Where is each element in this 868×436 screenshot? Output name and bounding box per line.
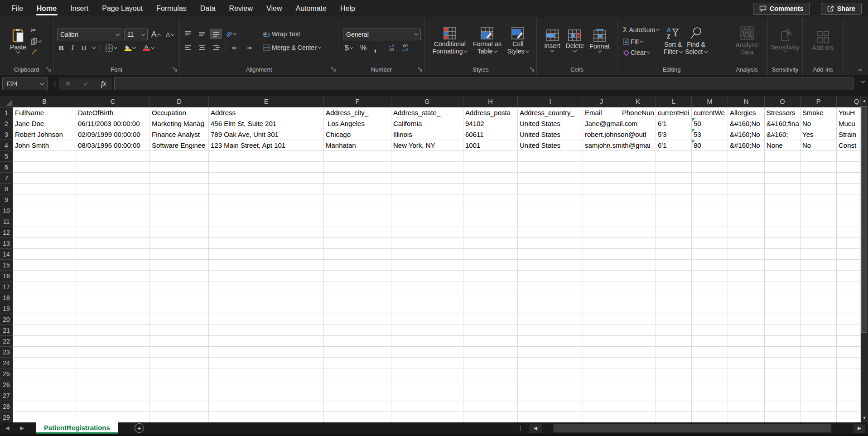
hscroll-right-arrow[interactable]: ▶ — [854, 424, 865, 433]
cell-I3[interactable]: United States — [518, 129, 583, 140]
cell-P22[interactable] — [800, 336, 837, 347]
conditional-formatting-button[interactable]: ConditionalFormatting — [433, 27, 468, 55]
cell-B19[interactable] — [13, 303, 76, 314]
cell-L9[interactable] — [656, 194, 692, 205]
formula-bar-grip[interactable]: ⋮ — [52, 79, 58, 87]
cell-M9[interactable] — [692, 194, 728, 205]
menu-tab-automate[interactable]: Automate — [289, 0, 333, 17]
cell-F9[interactable] — [324, 194, 391, 205]
cell-H26[interactable] — [463, 379, 518, 390]
cell-D2[interactable]: Marketing Manag — [150, 118, 209, 129]
cell-Q25[interactable] — [837, 368, 861, 379]
cell-N27[interactable] — [728, 390, 765, 401]
cell-G7[interactable] — [391, 173, 463, 184]
cell-P14[interactable] — [800, 249, 837, 260]
column-header-H[interactable]: H — [463, 96, 518, 107]
cell-J13[interactable] — [583, 238, 620, 249]
comments-button[interactable]: Comments — [753, 3, 810, 15]
cell-E28[interactable] — [209, 401, 324, 412]
cell-C25[interactable] — [76, 368, 150, 379]
cell-M2[interactable]: 50 — [692, 118, 728, 129]
cell-E17[interactable] — [209, 281, 324, 292]
cell-C14[interactable] — [76, 249, 150, 260]
cell-M29[interactable] — [692, 412, 728, 422]
cell-M4[interactable]: 80 — [692, 140, 728, 151]
decrease-font-button[interactable]: A — [164, 30, 176, 39]
cell-F24[interactable] — [324, 358, 391, 368]
cell-K25[interactable] — [620, 368, 656, 379]
cell-C6[interactable] — [76, 162, 150, 173]
cell-O18[interactable] — [765, 292, 800, 303]
cell-L20[interactable] — [656, 314, 692, 325]
font-name-select[interactable]: Calibri — [57, 29, 122, 40]
cell-D13[interactable] — [150, 238, 209, 249]
cell-I13[interactable] — [518, 238, 583, 249]
cell-G19[interactable] — [391, 303, 463, 314]
cell-I20[interactable] — [518, 314, 583, 325]
cell-Q20[interactable] — [837, 314, 861, 325]
cell-D21[interactable] — [150, 325, 209, 336]
cell-B20[interactable] — [13, 314, 76, 325]
cell-P25[interactable] — [800, 368, 837, 379]
cell-M23[interactable] — [692, 347, 728, 358]
cell-G4[interactable]: New York, NY — [391, 140, 463, 151]
currency-button[interactable]: $ — [343, 43, 355, 53]
cell-I18[interactable] — [518, 292, 583, 303]
cell-N20[interactable] — [728, 314, 765, 325]
new-sheet-button[interactable]: + — [135, 423, 144, 433]
cell-K23[interactable] — [620, 347, 656, 358]
vertical-scrollbar[interactable]: ▲ ▼ — [861, 96, 868, 422]
cell-K7[interactable] — [620, 173, 656, 184]
collapse-ribbon-chevron[interactable] — [858, 69, 862, 73]
cell-G2[interactable]: California — [391, 118, 463, 129]
cell-D28[interactable] — [150, 401, 209, 412]
cell-F25[interactable] — [324, 368, 391, 379]
font-size-select[interactable]: 11 — [124, 29, 148, 40]
cell-C9[interactable] — [76, 194, 150, 205]
cell-B28[interactable] — [13, 401, 76, 412]
cell-D18[interactable] — [150, 292, 209, 303]
cell-E3[interactable]: 789 Oak Ave, Unit 301 — [209, 129, 324, 140]
cell-G21[interactable] — [391, 325, 463, 336]
cell-P3[interactable]: Yes — [800, 129, 837, 140]
cell-E8[interactable] — [209, 184, 324, 194]
cell-L3[interactable]: 5'3 — [656, 129, 692, 140]
cell-I22[interactable] — [518, 336, 583, 347]
font-dialog-launcher[interactable] — [173, 66, 177, 73]
menu-tab-view[interactable]: View — [260, 0, 289, 17]
cell-Q4[interactable]: Const — [837, 140, 861, 151]
cell-N5[interactable] — [728, 151, 765, 162]
cell-P28[interactable] — [800, 401, 837, 412]
cell-M21[interactable] — [692, 325, 728, 336]
cell-J19[interactable] — [583, 303, 620, 314]
column-header-E[interactable]: E — [209, 96, 324, 107]
row-header-22[interactable]: 22 — [0, 336, 13, 347]
cell-E13[interactable] — [209, 238, 324, 249]
cell-J12[interactable] — [583, 227, 620, 238]
cell-I27[interactable] — [518, 390, 583, 401]
column-header-J[interactable]: J — [583, 96, 620, 107]
menu-tab-insert[interactable]: Insert — [63, 0, 95, 17]
menu-tab-review[interactable]: Review — [222, 0, 260, 17]
cell-D4[interactable]: Software Enginee — [150, 140, 209, 151]
cell-D27[interactable] — [150, 390, 209, 401]
cell-E16[interactable] — [209, 271, 324, 281]
cell-B22[interactable] — [13, 336, 76, 347]
cell-N19[interactable] — [728, 303, 765, 314]
align-center-button[interactable] — [196, 43, 208, 53]
cell-O5[interactable] — [765, 151, 800, 162]
cell-H17[interactable] — [463, 281, 518, 292]
cell-P18[interactable] — [800, 292, 837, 303]
cell-O8[interactable] — [765, 184, 800, 194]
cell-I6[interactable] — [518, 162, 583, 173]
cell-N15[interactable] — [728, 260, 765, 271]
cell-P24[interactable] — [800, 358, 837, 368]
menu-tab-file[interactable]: File — [5, 0, 30, 17]
cell-K16[interactable] — [620, 271, 656, 281]
cell-Q28[interactable] — [837, 401, 861, 412]
cell-G23[interactable] — [391, 347, 463, 358]
cell-K28[interactable] — [620, 401, 656, 412]
cell-I28[interactable] — [518, 401, 583, 412]
cell-O19[interactable] — [765, 303, 800, 314]
menu-tab-home[interactable]: Home — [30, 0, 63, 17]
